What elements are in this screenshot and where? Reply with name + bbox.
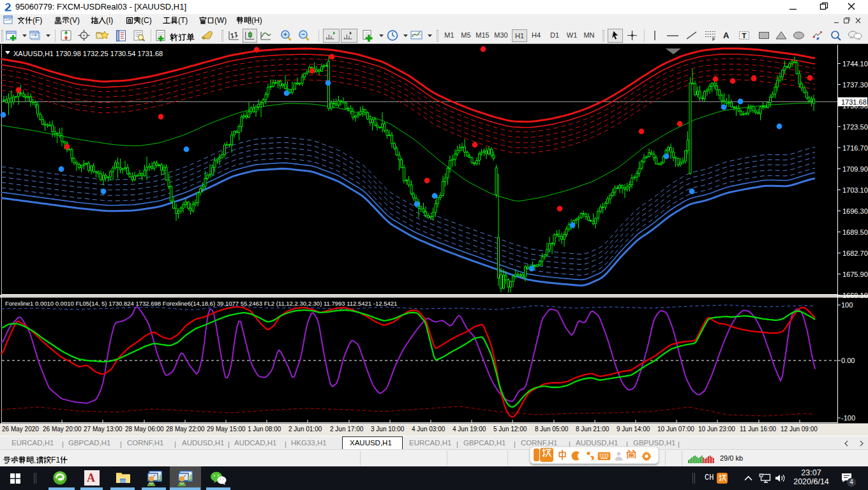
svg-text:XAUUSD,H1 1730.98 1732.25 173: XAUUSD,H1 1730.98 1732.25 1730.54 1731.6…: [13, 50, 163, 57]
svg-text:1696.30: 1696.30: [842, 207, 868, 215]
svg-text:28 May 06:00: 28 May 06:00: [125, 426, 164, 433]
svg-text:26 May 2020: 26 May 2020: [2, 426, 39, 433]
svg-text:3 Jun 10:00: 3 Jun 10:00: [371, 426, 405, 433]
svg-text:1716.70: 1716.70: [842, 144, 868, 152]
svg-text:Forexline1 0.0010 0.0010 FL05: Forexline1 0.0010 0.0010 FL05(14, 5) 173…: [5, 300, 397, 307]
svg-text:4 Jun 03:00: 4 Jun 03:00: [412, 426, 445, 433]
svg-text:9 Jun 14:00: 9 Jun 14:00: [617, 426, 650, 433]
svg-text:8 Jun 21:00: 8 Jun 21:00: [576, 426, 610, 433]
svg-text:26 May 20:00: 26 May 20:00: [43, 426, 82, 433]
svg-text:10 Jun 23:00: 10 Jun 23:00: [698, 426, 735, 433]
svg-text:11 Jun 16:00: 11 Jun 16:00: [740, 426, 777, 433]
svg-text:1689.50: 1689.50: [842, 228, 868, 236]
svg-text:1744.10: 1744.10: [842, 60, 868, 68]
svg-text:2 Jun 01:00: 2 Jun 01:00: [288, 426, 322, 433]
svg-text:100: 100: [841, 301, 853, 309]
svg-text:1731.68: 1731.68: [841, 98, 867, 106]
svg-text:12 Jun 09:00: 12 Jun 09:00: [781, 426, 818, 433]
svg-text:2 Jun 17:00: 2 Jun 17:00: [330, 426, 364, 433]
svg-text:28 May 22:00: 28 May 22:00: [166, 426, 205, 433]
svg-text:-100: -100: [841, 414, 855, 422]
svg-text:1703.10: 1703.10: [842, 186, 868, 194]
svg-text:5 Jun 12:00: 5 Jun 12:00: [493, 426, 527, 433]
svg-text:1682.70: 1682.70: [842, 249, 868, 257]
svg-text:1709.90: 1709.90: [842, 165, 868, 173]
svg-text:27 May 13:00: 27 May 13:00: [84, 426, 123, 433]
svg-text:1669.10: 1669.10: [842, 292, 868, 299]
svg-text:T: T: [742, 32, 747, 40]
svg-text:10 Jun 07:00: 10 Jun 07:00: [657, 426, 694, 433]
svg-text:4 Jun 19:00: 4 Jun 19:00: [453, 426, 486, 433]
svg-text:1723.50: 1723.50: [842, 123, 868, 131]
svg-text:1675.90: 1675.90: [842, 271, 868, 278]
svg-text:F: F: [712, 37, 715, 41]
svg-text:1 Jun 08:00: 1 Jun 08:00: [248, 426, 281, 433]
svg-text:0.00: 0.00: [841, 357, 855, 364]
svg-text:8 Jun 05:00: 8 Jun 05:00: [535, 426, 569, 433]
svg-text:29 May 15:00: 29 May 15:00: [207, 426, 246, 433]
svg-text:1737.30: 1737.30: [842, 81, 868, 89]
